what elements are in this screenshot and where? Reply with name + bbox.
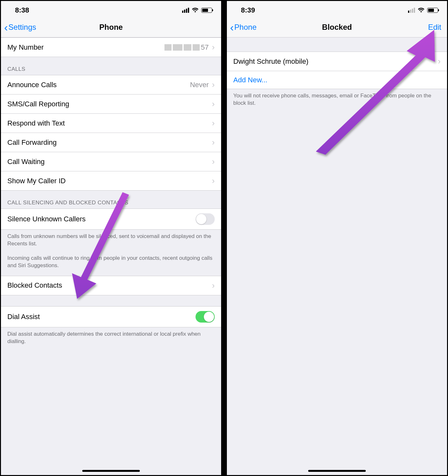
edit-button[interactable]: Edit [428,23,441,32]
calls-section-header: CALLS [1,57,221,75]
cellular-signal-icon [408,8,415,13]
my-number-row[interactable]: My Number 57 › [1,37,221,57]
wifi-icon [192,8,199,13]
battery-icon [427,8,438,13]
nav-title: Blocked [322,23,352,32]
nav-title: Phone [99,23,123,32]
call-forwarding-row[interactable]: Call Forwarding › [1,133,221,152]
status-time: 8:39 [241,6,255,14]
battery-icon [201,8,212,13]
chevron-right-icon: › [438,56,441,66]
home-indicator[interactable] [308,470,366,472]
show-caller-id-row[interactable]: Show My Caller ID › [1,171,221,191]
home-indicator[interactable] [82,470,140,472]
chevron-right-icon: › [212,42,215,52]
my-number-suffix: 57 [201,43,209,52]
back-button[interactable]: ‹ Phone [230,22,257,33]
silence-unknown-toggle[interactable] [196,213,215,225]
blocked-entry-row[interactable]: Dwight Schrute (mobile) › [227,52,447,71]
chevron-right-icon: › [212,281,215,291]
chevron-right-icon: › [212,157,215,167]
silence-unknown-row[interactable]: Silence Unknown Callers [1,209,221,230]
chevron-right-icon: › [212,137,215,147]
left-screenshot: 8:38 ‹ Settings Phone My Number 57 › CAL… [1,1,221,475]
my-number-label: My Number [7,43,164,52]
chevron-right-icon: › [212,80,215,90]
silencing-section-header: CALL SILENCING AND BLOCKED CONTACTS [1,191,221,209]
nav-bar: ‹ Phone Blocked Edit [227,17,447,37]
dial-assist-row[interactable]: Dial Assist [1,306,221,327]
right-screenshot: 8:39 ‹ Phone Blocked Edit Dwight Schrute… [227,1,447,475]
redacted-number [164,44,200,51]
call-waiting-row[interactable]: Call Waiting › [1,152,221,171]
blocked-contacts-row[interactable]: Blocked Contacts › [1,276,221,295]
respond-with-text-row[interactable]: Respond with Text › [1,114,221,133]
blocked-note: You will not receive phone calls, messag… [227,89,447,110]
chevron-right-icon: › [212,99,215,109]
status-time: 8:38 [15,6,29,14]
chevron-right-icon: › [212,118,215,128]
chevron-left-icon: ‹ [4,22,8,33]
status-bar: 8:38 [1,1,221,17]
wifi-icon [418,8,425,13]
back-label: Settings [8,23,36,32]
dial-assist-note: Dial assist automatically determines the… [1,327,221,349]
announce-calls-row[interactable]: Announce Calls Never › [1,75,221,94]
silence-note-1: Calls from unknown numbers will be silen… [1,230,221,251]
status-bar: 8:39 [227,1,447,17]
nav-bar: ‹ Settings Phone [1,17,221,37]
add-new-row[interactable]: Add New... [227,71,447,89]
sms-call-reporting-row[interactable]: SMS/Call Reporting › [1,94,221,114]
dial-assist-toggle[interactable] [196,311,215,323]
silence-note-2: Incoming calls will continue to ring fro… [1,251,221,276]
back-label: Phone [234,23,256,32]
chevron-left-icon: ‹ [230,22,234,33]
back-button[interactable]: ‹ Settings [4,22,36,33]
chevron-right-icon: › [212,176,215,186]
cellular-signal-icon [182,8,189,13]
